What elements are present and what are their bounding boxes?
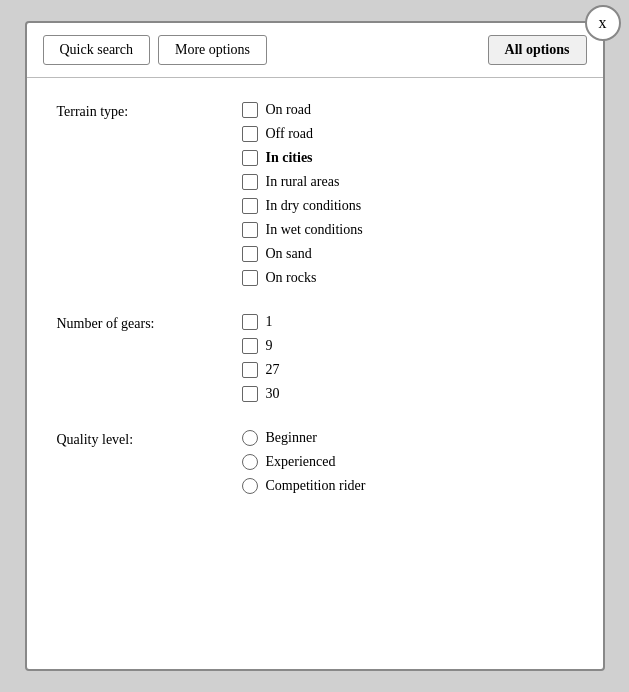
- terrain-on-rocks-label: On rocks: [266, 270, 317, 286]
- gear-1-checkbox[interactable]: [242, 314, 258, 330]
- gear-27-checkbox[interactable]: [242, 362, 258, 378]
- list-item[interactable]: In rural areas: [242, 174, 363, 190]
- list-item[interactable]: On sand: [242, 246, 363, 262]
- list-item[interactable]: 27: [242, 362, 280, 378]
- quality-options: Beginner Experienced Competition rider: [242, 430, 366, 494]
- list-item[interactable]: Off road: [242, 126, 363, 142]
- terrain-in-cities-checkbox[interactable]: [242, 150, 258, 166]
- terrain-group: Terrain type: On road Off road In cities…: [57, 102, 573, 286]
- terrain-off-road-checkbox[interactable]: [242, 126, 258, 142]
- terrain-options: On road Off road In cities In rural area…: [242, 102, 363, 286]
- quality-beginner-radio[interactable]: [242, 430, 258, 446]
- terrain-off-road-label: Off road: [266, 126, 314, 142]
- tab-more-options[interactable]: More options: [158, 35, 267, 65]
- gears-group: Number of gears: 1 9 27 30: [57, 314, 573, 402]
- terrain-on-rocks-checkbox[interactable]: [242, 270, 258, 286]
- gears-label: Number of gears:: [57, 314, 242, 402]
- terrain-in-dry-label: In dry conditions: [266, 198, 362, 214]
- terrain-in-rural-checkbox[interactable]: [242, 174, 258, 190]
- close-button[interactable]: x: [585, 5, 621, 41]
- quality-label: Quality level:: [57, 430, 242, 494]
- quality-experienced-radio[interactable]: [242, 454, 258, 470]
- terrain-in-dry-checkbox[interactable]: [242, 198, 258, 214]
- quality-competition-radio[interactable]: [242, 478, 258, 494]
- tab-bar: Quick search More options All options: [27, 23, 603, 78]
- gear-27-label: 27: [266, 362, 280, 378]
- terrain-label: Terrain type:: [57, 102, 242, 286]
- list-item[interactable]: In cities: [242, 150, 363, 166]
- modal: x Quick search More options All options …: [25, 21, 605, 671]
- list-item[interactable]: Beginner: [242, 430, 366, 446]
- list-item[interactable]: Experienced: [242, 454, 366, 470]
- tab-all-options[interactable]: All options: [488, 35, 587, 65]
- quality-competition-label: Competition rider: [266, 478, 366, 494]
- gear-30-checkbox[interactable]: [242, 386, 258, 402]
- terrain-in-wet-checkbox[interactable]: [242, 222, 258, 238]
- list-item[interactable]: Competition rider: [242, 478, 366, 494]
- gear-9-label: 9: [266, 338, 273, 354]
- gears-options: 1 9 27 30: [242, 314, 280, 402]
- list-item[interactable]: 1: [242, 314, 280, 330]
- quality-experienced-label: Experienced: [266, 454, 336, 470]
- terrain-in-cities-label: In cities: [266, 150, 313, 166]
- terrain-in-rural-label: In rural areas: [266, 174, 340, 190]
- list-item[interactable]: On road: [242, 102, 363, 118]
- terrain-on-road-checkbox[interactable]: [242, 102, 258, 118]
- gear-9-checkbox[interactable]: [242, 338, 258, 354]
- terrain-on-road-label: On road: [266, 102, 312, 118]
- list-item[interactable]: 30: [242, 386, 280, 402]
- quality-beginner-label: Beginner: [266, 430, 317, 446]
- gear-1-label: 1: [266, 314, 273, 330]
- content-area: Terrain type: On road Off road In cities…: [27, 78, 603, 546]
- terrain-on-sand-label: On sand: [266, 246, 312, 262]
- list-item[interactable]: In dry conditions: [242, 198, 363, 214]
- gear-30-label: 30: [266, 386, 280, 402]
- list-item[interactable]: On rocks: [242, 270, 363, 286]
- terrain-in-wet-label: In wet conditions: [266, 222, 363, 238]
- list-item[interactable]: In wet conditions: [242, 222, 363, 238]
- quality-group: Quality level: Beginner Experienced Comp…: [57, 430, 573, 494]
- list-item[interactable]: 9: [242, 338, 280, 354]
- terrain-on-sand-checkbox[interactable]: [242, 246, 258, 262]
- tab-quick-search[interactable]: Quick search: [43, 35, 150, 65]
